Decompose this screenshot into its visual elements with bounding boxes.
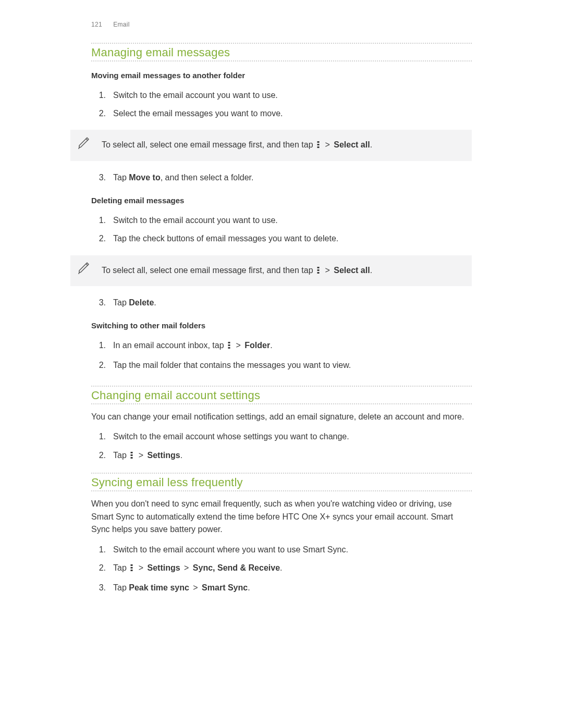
section-name: Email: [113, 21, 130, 28]
list-item: 3. Tap Peak time sync > Smart Sync.: [91, 578, 472, 597]
step-text: Select the email messages you want to mo…: [113, 106, 283, 120]
page-number: 121: [91, 21, 104, 28]
step-text: Tap the check buttons of email messages …: [113, 231, 338, 245]
step-text: Switch to the email account you want to …: [113, 88, 278, 102]
steps-moving: 1. Switch to the email account you want …: [91, 86, 472, 122]
svg-rect-4: [317, 269, 320, 271]
step-text: Switch to the email account you want to …: [113, 213, 278, 227]
svg-rect-13: [131, 567, 133, 569]
svg-rect-9: [131, 452, 133, 453]
list-item: 1. Switch to the email account you want …: [91, 211, 472, 229]
section-changing: Changing email account settings You can …: [91, 386, 472, 465]
steps-switching: 1. In an email account inbox, tap > Fold…: [91, 336, 472, 374]
list-item: 2. Select the email messages you want to…: [91, 104, 472, 122]
page: 121 Email Managing email messages Moving…: [0, 0, 563, 625]
svg-rect-11: [131, 457, 133, 459]
note-text: >: [325, 266, 332, 275]
steps-deleting: 1. Switch to the email account you want …: [91, 211, 472, 248]
step-text: Tap Delete.: [113, 295, 156, 310]
list-item: 1. Switch to the email account you want …: [91, 86, 472, 104]
divider: [91, 403, 472, 404]
divider: [91, 386, 472, 387]
steps-deleting-cont: 3. Tap Delete.: [91, 293, 472, 312]
overflow-menu-icon: [130, 449, 133, 463]
step-text: Tap Move to, and then select a folder.: [113, 170, 254, 184]
overflow-menu-icon: [130, 562, 133, 576]
divider: [91, 43, 472, 44]
step-text: Switch to the email account whose settin…: [113, 429, 349, 443]
list-item: 2. Tap > Settings > Sync, Send & Receive…: [91, 559, 472, 578]
subheading-switching: Switching to other mail folders: [91, 321, 472, 330]
step-number: 2.: [91, 106, 106, 120]
svg-rect-3: [317, 267, 320, 268]
subheading-moving: Moving email messages to another folder: [91, 71, 472, 80]
heading-managing: Managing email messages: [91, 46, 472, 59]
steps-changing: 1. Switch to the email account whose set…: [91, 427, 472, 465]
step-number: 3.: [91, 581, 106, 595]
running-header: 121 Email: [91, 21, 472, 28]
step-number: 1.: [91, 88, 106, 102]
step-text: Tap > Settings.: [113, 448, 182, 463]
step-text: Tap > Settings > Sync, Send & Receive.: [113, 561, 283, 576]
step-number: 2.: [91, 231, 106, 245]
intro-text: You can change your email notification s…: [91, 411, 472, 424]
divider: [91, 490, 472, 491]
heading-changing: Changing email account settings: [91, 389, 472, 402]
list-item: 2. Tap the mail folder that contains the…: [91, 356, 472, 374]
svg-rect-7: [228, 344, 230, 346]
intro-text: When you don't need to sync email freque…: [91, 498, 472, 536]
note-box: To select all, select one email message …: [70, 255, 472, 287]
svg-rect-2: [317, 146, 320, 148]
section-syncing: Syncing email less frequently When you d…: [91, 473, 472, 597]
svg-rect-1: [317, 144, 320, 145]
steps-moving-cont: 3. Tap Move to, and then select a folder…: [91, 168, 472, 187]
list-item: 1. In an email account inbox, tap > Fold…: [91, 336, 472, 355]
steps-syncing: 1. Switch to the email account where you…: [91, 540, 472, 597]
note-text: .: [370, 140, 372, 149]
step-number: 2.: [91, 561, 106, 576]
step-number: 1.: [91, 429, 106, 443]
overflow-menu-icon: [316, 139, 320, 153]
note-box: To select all, select one email message …: [70, 130, 472, 161]
step-text: Tap Peak time sync > Smart Sync.: [113, 581, 250, 595]
list-item: 2. Tap the check buttons of email messag…: [91, 229, 472, 248]
step-number: 2.: [91, 448, 106, 463]
step-number: 2.: [91, 358, 106, 372]
list-item: 1. Switch to the email account whose set…: [91, 427, 472, 446]
svg-rect-0: [317, 141, 320, 143]
list-item: 2. Tap > Settings.: [91, 446, 472, 465]
divider: [91, 473, 472, 474]
note-text: >: [325, 140, 332, 149]
step-text: In an email account inbox, tap > Folder.: [113, 338, 273, 353]
heading-syncing: Syncing email less frequently: [91, 476, 472, 489]
list-item: 3. Tap Move to, and then select a folder…: [91, 168, 472, 187]
step-text: Switch to the email account where you wa…: [113, 542, 348, 557]
step-number: 1.: [91, 338, 106, 353]
overflow-menu-icon: [227, 339, 231, 353]
note-text: .: [370, 266, 372, 275]
svg-rect-10: [131, 454, 133, 456]
overflow-menu-icon: [316, 265, 320, 278]
divider: [91, 60, 472, 61]
svg-rect-12: [131, 564, 133, 566]
step-text: Tap the mail folder that contains the me…: [113, 358, 351, 372]
pencil-icon: [77, 136, 91, 155]
list-item: 3. Tap Delete.: [91, 293, 472, 312]
svg-rect-5: [317, 272, 320, 274]
step-number: 1.: [91, 542, 106, 557]
subheading-deleting: Deleting email messages: [91, 196, 472, 205]
list-item: 1. Switch to the email account where you…: [91, 540, 472, 559]
svg-rect-8: [228, 347, 230, 349]
note-strong: Select all: [334, 266, 370, 275]
note-strong: Select all: [334, 140, 370, 149]
step-number: 3.: [91, 295, 106, 310]
pencil-icon: [77, 262, 91, 280]
svg-rect-14: [131, 570, 133, 571]
step-number: 1.: [91, 213, 106, 227]
note-text: To select all, select one email message …: [102, 266, 315, 275]
note-text: To select all, select one email message …: [102, 140, 315, 149]
svg-rect-6: [228, 342, 230, 343]
step-number: 3.: [91, 170, 106, 184]
